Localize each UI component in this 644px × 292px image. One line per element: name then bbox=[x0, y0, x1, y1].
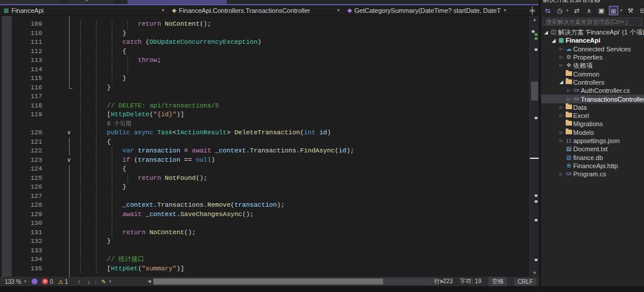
tree-item-controllers[interactable]: ◢Controllers bbox=[541, 78, 644, 86]
expander-icon[interactable]: ◢ bbox=[550, 38, 557, 43]
wrench-icon[interactable]: ⚒ bbox=[626, 6, 635, 15]
scroll-left-icon[interactable]: ◀ bbox=[147, 279, 151, 284]
tree-item--[interactable]: ▷❖依赖项 bbox=[541, 61, 644, 69]
expander-icon[interactable]: ▷ bbox=[558, 130, 564, 135]
tree-item-financeapi-http[interactable]: ⊕FinanceApi.http bbox=[541, 162, 644, 170]
code-line[interactable]: 126 } bbox=[0, 183, 529, 192]
tree-item-excel[interactable]: ▷Excel bbox=[541, 112, 644, 120]
tab-transactionscontroller-cs[interactable]: TransactionsController.cs●✕ bbox=[128, 0, 227, 4]
code-line[interactable]: 124 { bbox=[0, 165, 529, 174]
code-line[interactable]: 112 { bbox=[0, 47, 529, 57]
tree-item-financeapi[interactable]: ◢▦FinanceApi bbox=[541, 36, 644, 44]
vertical-scrollbar[interactable]: ▲ ▼ bbox=[529, 16, 539, 277]
collapse-region-icon[interactable]: ∨ bbox=[64, 156, 74, 164]
code-line[interactable]: 131 return NoContent(); bbox=[0, 228, 529, 238]
code-editor[interactable]: 109 return NoContent();110 }111 catch (D… bbox=[0, 16, 529, 277]
search-input[interactable] bbox=[543, 18, 642, 26]
expander-icon[interactable]: ▷ bbox=[558, 63, 564, 68]
tree-item-data[interactable]: ▷Data bbox=[541, 103, 644, 112]
tab-program-cs[interactable]: Program.cs bbox=[69, 0, 113, 4]
annotations-dropdown[interactable]: ✎ ▼ bbox=[101, 279, 112, 285]
collapse-all-icon[interactable]: ∧ bbox=[584, 6, 594, 15]
expander-icon[interactable]: ▷ bbox=[558, 138, 564, 143]
expander-icon[interactable]: ▷ bbox=[558, 55, 564, 60]
code-line[interactable]: 127 bbox=[0, 192, 529, 201]
code-line[interactable]: 115 } bbox=[0, 74, 529, 84]
expander-icon[interactable]: ▷ bbox=[558, 172, 564, 176]
close-icon[interactable]: ✕ bbox=[216, 0, 221, 1]
code-line[interactable]: 117 bbox=[0, 92, 529, 102]
code-line[interactable]: 118 // DELETE: api/transactions/5 bbox=[0, 102, 529, 111]
code-line[interactable]: 121 { bbox=[0, 138, 529, 147]
next-issue-button[interactable]: ↓ bbox=[87, 279, 90, 285]
code-line[interactable]: 119 [HttpDelete("{id}")] bbox=[0, 110, 529, 120]
expander-icon[interactable]: ◢ bbox=[543, 30, 549, 35]
expander-icon[interactable]: ▷ bbox=[566, 88, 572, 93]
chevron-down-icon[interactable]: ▼ bbox=[619, 9, 623, 12]
sync-with-active-document-icon[interactable]: ⇄ bbox=[572, 6, 581, 15]
tab-authcontroller-cs[interactable]: AuthController.cs bbox=[0, 0, 61, 4]
show-all-files-icon[interactable]: ⊞ bbox=[609, 6, 618, 15]
code-line[interactable]: 114 bbox=[0, 65, 529, 75]
code-line[interactable]: 129 await _context.SaveChangesAsync(); bbox=[0, 210, 529, 220]
expander-icon[interactable]: ▷ bbox=[558, 113, 564, 118]
properties-icon[interactable]: ▣ bbox=[597, 6, 606, 15]
expander-icon[interactable]: ◢ bbox=[558, 79, 564, 85]
tree-item-docment-txt[interactable]: ▤Docment.txt bbox=[541, 145, 644, 153]
code-line[interactable]: 135 [HttpGet("summary")] bbox=[0, 265, 529, 274]
zoom-level-dropdown[interactable]: 133 % ▼ bbox=[5, 279, 27, 285]
tree-item-common[interactable]: Common bbox=[541, 69, 644, 78]
code-line[interactable]: 123 if (transaction == null) bbox=[0, 156, 529, 165]
tree-item-finance-db[interactable]: ▥finance.db bbox=[541, 153, 644, 161]
scroll-down-icon[interactable]: ▼ bbox=[530, 269, 539, 277]
expander-icon[interactable]: ▷ bbox=[566, 97, 572, 102]
whitespace-status[interactable]: 空格 bbox=[488, 277, 507, 286]
chevron-down-icon[interactable]: ▼ bbox=[566, 9, 569, 12]
preview-selected-items-icon[interactable]: ⊟ bbox=[638, 6, 644, 15]
horizontal-scrollbar[interactable] bbox=[153, 278, 439, 285]
project-dropdown[interactable]: ▦ FinanceApi ▼ bbox=[0, 5, 168, 16]
tree-item-transactionscontroller-cs[interactable]: ▷C#TransactionsController.cs bbox=[541, 95, 644, 103]
code-line[interactable]: 128 _context.Transactions.Remove(transac… bbox=[0, 201, 529, 210]
code-line[interactable]: 120 public async Task<IActionResult> Del… bbox=[0, 128, 529, 138]
switch-views-icon[interactable]: ⇆ bbox=[543, 6, 552, 15]
member-dropdown[interactable]: ◆ GetCategorySummary(DateTime? startDate… bbox=[344, 5, 511, 16]
code-line[interactable]: 122 var transaction = await _context.Tra… bbox=[0, 147, 529, 156]
tree-item-models[interactable]: ▷Models bbox=[541, 128, 644, 137]
code-line[interactable]: 111 catch (DbUpdateConcurrencyException) bbox=[0, 38, 529, 47]
tree-item--financeapi-1-[interactable]: ◢◫解决方案 'FinanceApi' (1 个项目, 共 bbox=[541, 28, 644, 36]
line-ending-status[interactable]: CRLF bbox=[514, 278, 536, 286]
codelens-row[interactable]: 0 个引用 bbox=[0, 120, 529, 129]
split-editor-handle-icon[interactable]: ╪ bbox=[527, 5, 538, 16]
tree-item-properties[interactable]: ▷⚙Properties bbox=[541, 53, 644, 61]
warning-count-button[interactable]: ⚠ 1 bbox=[58, 279, 68, 285]
collapse-region-icon[interactable]: ∨ bbox=[64, 128, 74, 137]
code-line[interactable]: 132 } bbox=[0, 237, 529, 246]
code-line[interactable]: 134 // 统计接口 bbox=[0, 255, 529, 265]
feedback-button[interactable] bbox=[32, 279, 37, 284]
tree-item-authcontroller-cs[interactable]: ▷C#AuthController.cs bbox=[541, 86, 644, 95]
tree-item-migrations[interactable]: Migrations bbox=[541, 120, 644, 128]
code-line[interactable]: 133 bbox=[0, 246, 529, 256]
code-line[interactable]: 125 return NotFound(); bbox=[0, 174, 529, 183]
code-line[interactable]: 110 } bbox=[0, 29, 529, 39]
error-count-button[interactable]: ✕ 0 bbox=[42, 279, 53, 285]
line-status[interactable]: 行: 223 bbox=[434, 277, 453, 286]
tree-item-program-cs[interactable]: ▷C#Program.cs bbox=[541, 170, 644, 178]
expander-icon[interactable]: ▷ bbox=[558, 105, 564, 110]
previous-issue-button[interactable]: ↑ bbox=[77, 279, 80, 285]
code-line[interactable]: 130 bbox=[0, 219, 529, 228]
pending-changes-filter-icon[interactable]: ◷ bbox=[555, 6, 564, 15]
vertical-scrollbar-thumb[interactable] bbox=[531, 82, 538, 100]
type-dropdown[interactable]: ◈ FinanceApi.Controllers.TransactionsCon… bbox=[168, 5, 344, 16]
code-rows[interactable]: 109 return NoContent();110 }111 catch (D… bbox=[0, 20, 529, 273]
expander-icon[interactable]: ▷ bbox=[558, 47, 564, 51]
code-line[interactable]: 109 return NoContent(); bbox=[0, 20, 529, 29]
code-line[interactable]: 116 } bbox=[0, 84, 529, 93]
scroll-up-icon[interactable]: ▲ bbox=[530, 16, 539, 23]
tree-item-appsettings-json[interactable]: ▷{ }appsettings.json bbox=[541, 137, 644, 145]
code-line[interactable]: 113 throw; bbox=[0, 56, 529, 65]
horizontal-scrollbar-thumb[interactable] bbox=[153, 279, 383, 284]
column-status[interactable]: 字符: 19 bbox=[460, 277, 481, 286]
tree-item-connected-services[interactable]: ▷☁Connected Services bbox=[541, 45, 644, 53]
